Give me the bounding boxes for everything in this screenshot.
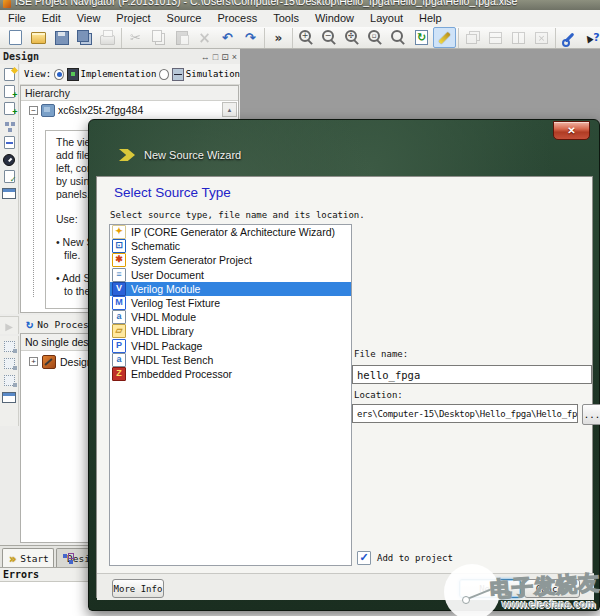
file-name-label: File name: (354, 349, 408, 359)
help-pointer-icon[interactable] (581, 27, 600, 48)
check-icon[interactable] (1, 169, 18, 184)
cancel-button[interactable]: Cancel (524, 579, 580, 598)
simulation-icon (172, 68, 184, 81)
tab-start[interactable]: » Start (2, 548, 54, 568)
device-chip-icon (41, 104, 55, 117)
schematic-icon: ⊡ (112, 239, 126, 253)
toolbar-overflow-icon[interactable] (267, 27, 290, 48)
window-title: ISE Project Navigator (P.20131013) - C:\… (15, 0, 517, 7)
panel-float-icon[interactable]: □ (213, 52, 218, 62)
more-info-button[interactable]: More Info (112, 579, 164, 598)
user-document-icon: ≡ (112, 268, 126, 282)
expand-icon[interactable]: + (29, 357, 38, 366)
source-type-schematic[interactable]: ⊡Schematic (110, 239, 351, 253)
design-rail (0, 64, 19, 314)
zoom-in-icon[interactable] (295, 27, 318, 48)
hierarchy-header[interactable]: Hierarchy (21, 86, 238, 101)
hierarchy-icon[interactable] (1, 118, 18, 133)
source-type-verilog-test-fixture[interactable]: MVerilog Test Fixture (110, 296, 351, 310)
menu-window[interactable]: Window (307, 10, 362, 27)
file-name-input[interactable]: hello_fpga (352, 365, 592, 384)
source-type-system-generator-project[interactable]: ✱System Generator Project (110, 253, 351, 267)
source-type-vhdl-library[interactable]: ▱VHDL Library (110, 324, 351, 338)
pan-icon[interactable] (387, 27, 410, 48)
view-selector: View: Implementation Simulation (20, 64, 240, 85)
source-type-vhdl-module[interactable]: aVHDL Module (110, 310, 351, 324)
menu-source[interactable]: Source (159, 10, 210, 27)
delete-icon (193, 27, 216, 48)
location-input[interactable]: ers\Computer-15\Desktop\Hello_fpga\Hello… (352, 404, 578, 423)
menu-file[interactable]: File (0, 10, 34, 27)
wrench-icon[interactable] (558, 27, 581, 48)
dialog-heading: Select Source Type (114, 185, 231, 200)
source-type-embedded-processor[interactable]: ZEmbedded Processor (110, 367, 351, 381)
process-table-icon[interactable] (1, 390, 18, 405)
process-3-icon[interactable] (1, 373, 18, 388)
new-source-wizard-icon[interactable] (433, 27, 456, 48)
process-1-icon[interactable] (1, 339, 18, 354)
add-copy-of-source-icon[interactable] (1, 101, 18, 116)
save-icon[interactable] (50, 27, 73, 48)
paste-icon (170, 27, 193, 48)
process-2-icon[interactable] (1, 356, 18, 371)
panel-move-icon[interactable]: ↔ (201, 52, 210, 62)
zoom-out-icon[interactable] (318, 27, 341, 48)
library-icon[interactable] (1, 135, 18, 150)
redo-icon[interactable] (239, 27, 262, 48)
new-document-icon[interactable] (4, 27, 27, 48)
run-process-icon[interactable] (1, 320, 18, 333)
panel-close-icon[interactable]: × (232, 52, 237, 62)
source-type-ip-core-generator-architecture-wizard[interactable]: ✦IP (CORE Generator & Architecture Wizar… (110, 225, 351, 239)
menu-project[interactable]: Project (108, 10, 158, 27)
device-tree-row[interactable]: − xc6slx25t-2fgg484 (21, 103, 238, 117)
app-window: ISE Project Navigator (P.20131013) - C:\… (0, 0, 600, 616)
embedded-processor-icon: Z (112, 367, 126, 381)
zoom-full-icon[interactable] (341, 27, 364, 48)
system-generator-icon: ✱ (112, 253, 126, 267)
implementation-radio[interactable] (54, 69, 64, 80)
add-to-project-checkbox[interactable]: ✓ (357, 551, 371, 565)
source-type-list: ✦IP (CORE Generator & Architecture Wizar… (109, 224, 352, 566)
save-all-icon[interactable] (73, 27, 96, 48)
browse-button[interactable]: ... (582, 404, 600, 425)
collapse-icon[interactable]: − (29, 106, 38, 115)
refresh-icon[interactable] (410, 27, 433, 48)
menu-edit[interactable]: Edit (34, 10, 69, 27)
process-rail (0, 336, 19, 426)
source-type-verilog-module[interactable]: VVerilog Module (110, 282, 351, 296)
vhdl-module-icon: a (112, 310, 126, 324)
source-type-vhdl-test-bench[interactable]: aVHDL Test Bench (110, 353, 351, 367)
menu-layout[interactable]: Layout (362, 10, 411, 27)
location-label: Location: (354, 390, 403, 400)
add-to-project-row: ✓ Add to project (357, 551, 453, 565)
tile-horizontal-icon (484, 27, 507, 48)
undo-icon[interactable] (216, 27, 239, 48)
dialog-subheading: Select source type, file name and its lo… (110, 210, 365, 220)
next-button[interactable]: Next (459, 579, 521, 598)
menu-view[interactable]: View (69, 10, 109, 27)
source-type-user-document[interactable]: ≡User Document (110, 268, 351, 282)
verilog-test-fixture-icon: M (112, 296, 126, 310)
files-table-icon[interactable] (1, 186, 18, 201)
source-type-vhdl-package[interactable]: PVHDL Package (110, 339, 351, 353)
vhdl-package-icon: P (112, 339, 126, 353)
open-project-icon[interactable] (27, 27, 50, 48)
menu-tools[interactable]: Tools (265, 10, 307, 27)
simulation-label: Simulation (186, 69, 240, 79)
new-source-icon[interactable] (1, 67, 18, 82)
menu-help[interactable]: Help (411, 10, 450, 27)
panel-dock-icon[interactable]: ⊡ (221, 52, 229, 62)
tree-line (33, 117, 34, 297)
copy-icon (147, 27, 170, 48)
dialog-content: Select Source Type Select source type, f… (96, 176, 593, 598)
snapshot-icon[interactable] (1, 152, 18, 167)
simulation-radio[interactable] (159, 69, 169, 80)
menu-bar: FileEditViewProjectSourceProcessToolsWin… (0, 10, 600, 28)
add-source-icon[interactable] (1, 84, 18, 99)
verilog-module-icon: V (112, 282, 126, 296)
cut-icon (124, 27, 147, 48)
zoom-region-icon[interactable] (364, 27, 387, 48)
dialog-button-strip: More Info Next Cancel (97, 573, 594, 600)
dialog-close-button[interactable]: ✕ (553, 121, 590, 140)
menu-process[interactable]: Process (209, 10, 265, 27)
